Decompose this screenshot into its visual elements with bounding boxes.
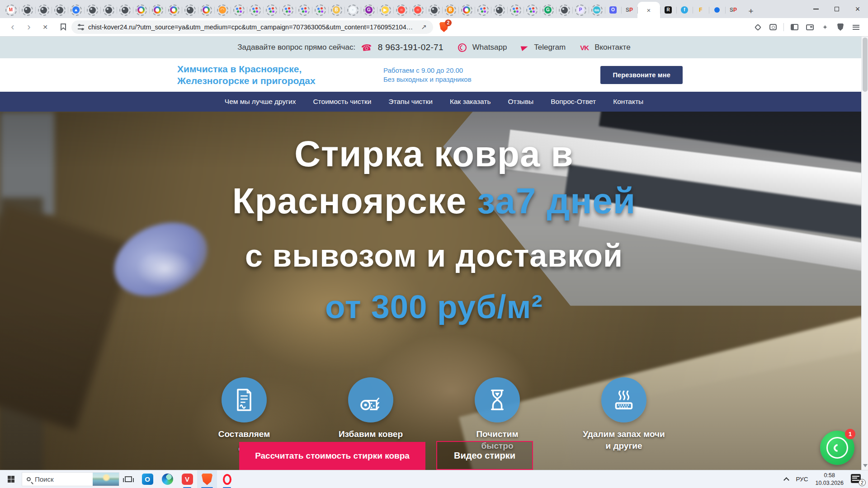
nav-item-3[interactable]: Этапы чистки xyxy=(388,98,433,106)
nav-item-4[interactable]: Как заказать xyxy=(450,98,491,106)
pinned-tab-google-ring[interactable] xyxy=(198,2,214,18)
callback-button[interactable]: Перезвоните мне xyxy=(600,66,683,84)
leo-ai-button[interactable] xyxy=(818,20,832,34)
wallet-button[interactable] xyxy=(803,20,816,34)
web-page: Задавайте вопрос прямо сейчас: ☎ 8 963-1… xyxy=(0,37,868,470)
pinned-tab-dots-cluster[interactable] xyxy=(231,2,247,18)
phone-number-link[interactable]: 8 963-191-02-71 xyxy=(378,42,443,52)
pinned-tab-google-ring[interactable] xyxy=(149,2,165,18)
pinned-tab-blue-nav[interactable]: ▲ xyxy=(68,2,84,18)
pinned-tab-dots-cluster[interactable] xyxy=(507,2,524,18)
nav-item-2[interactable]: Стоимость чистки xyxy=(313,98,371,106)
clock[interactable]: 0:58 10.03.2026 xyxy=(815,472,844,487)
video-button[interactable]: Видео стирки xyxy=(436,441,533,470)
pinned-tab-gmail[interactable]: M xyxy=(3,2,19,18)
taskbar-app-vivaldi[interactable]: V xyxy=(177,470,197,488)
pinned-tab-dots-cluster[interactable] xyxy=(524,2,540,18)
stop-loading-button[interactable]: ✕ xyxy=(38,20,52,34)
taskbar-app-edge[interactable] xyxy=(157,470,177,488)
notification-center-button[interactable]: 2 xyxy=(851,474,863,485)
share-icon[interactable]: ↗ xyxy=(421,23,427,31)
telegram-link[interactable]: Telegram xyxy=(534,43,566,52)
scrollbar-thumb[interactable] xyxy=(863,38,868,92)
pinned-tab-dots-cluster[interactable] xyxy=(475,2,491,18)
pinned-tab-imgbb[interactable]: ibb xyxy=(589,2,605,18)
vk-link[interactable]: Вконтакте xyxy=(594,43,631,52)
pinned-tab-bitcoin[interactable]: B xyxy=(442,2,458,18)
pinned-tab-globe-site[interactable] xyxy=(84,2,100,18)
taskbar-app-outlook[interactable]: O xyxy=(137,470,157,488)
pinned-tab-orange-logo[interactable]: ◠ xyxy=(214,2,231,18)
pinned-tab-globe-site[interactable] xyxy=(426,2,442,18)
pinned-tab-dots-cluster[interactable] xyxy=(279,2,296,18)
pinned-tab-sp-site[interactable]: SP xyxy=(725,2,741,18)
calculate-cost-button[interactable]: Рассчитать стоимость стирки ковра xyxy=(239,442,425,470)
hidden-icons-chevron[interactable] xyxy=(784,477,790,483)
task-view-button[interactable] xyxy=(119,470,137,488)
brave-shield-button[interactable]: 2 xyxy=(439,22,448,32)
address-bar[interactable]: chist-kover24.ru/?utm_source=ya&utm_medi… xyxy=(71,20,433,34)
taskbar-search-box[interactable]: Поиск xyxy=(22,472,119,486)
nav-item-7[interactable]: Контакты xyxy=(613,98,643,106)
page-scrollbar[interactable] xyxy=(861,37,868,470)
pinned-tab-color-wheel[interactable] xyxy=(458,2,475,18)
taskbar-app-opera[interactable] xyxy=(217,470,237,488)
whatsapp-link[interactable]: Whatsapp xyxy=(472,43,507,52)
pinned-tab-google-ring[interactable] xyxy=(165,2,182,18)
bookmark-icon[interactable] xyxy=(61,23,66,31)
close-window-button[interactable]: × xyxy=(847,0,868,18)
pinned-tab-globe-site[interactable] xyxy=(117,2,133,18)
maximize-button[interactable] xyxy=(826,0,847,18)
pinned-tab-map-pin[interactable]: ○ xyxy=(410,2,426,18)
whatsapp-float-button[interactable]: 1 xyxy=(820,431,854,465)
new-tab-button[interactable]: + xyxy=(744,5,758,18)
pinned-tab-google-ring[interactable] xyxy=(133,2,149,18)
extensions-button[interactable] xyxy=(751,20,764,34)
active-tab[interactable]: × xyxy=(637,2,660,18)
pinned-tab-green-g[interactable]: G xyxy=(540,2,556,18)
pinned-tab-r-app[interactable]: R xyxy=(660,2,676,18)
contact-bar: Задавайте вопрос прямо сейчас: ☎ 8 963-1… xyxy=(0,37,868,58)
pinned-tab-map-pin[interactable]: ○ xyxy=(393,2,410,18)
taskbar-app-brave[interactable] xyxy=(197,470,217,488)
pinned-tab-purple-g[interactable]: G xyxy=(361,2,377,18)
pinned-tab-f-letter[interactable]: F xyxy=(693,2,709,18)
nav-item-1[interactable]: Чем мы лучше других xyxy=(225,98,296,106)
pinned-tab-globe-site[interactable] xyxy=(182,2,198,18)
pinned-tab-globe-site[interactable] xyxy=(100,2,117,18)
search-daily-image[interactable] xyxy=(93,473,119,486)
pinned-tab-sp-site[interactable]: SP xyxy=(621,2,637,18)
sidebar-toggle-button[interactable] xyxy=(788,20,801,34)
pinned-tab-globe-site[interactable] xyxy=(19,2,35,18)
pinned-tab-p-badge[interactable]: P xyxy=(572,2,589,18)
nav-item-5[interactable]: Отзывы xyxy=(508,98,533,106)
pinned-tab-dots-cluster[interactable] xyxy=(247,2,263,18)
pinned-tab-dots-cluster[interactable] xyxy=(296,2,312,18)
pinned-tab-globe-site[interactable] xyxy=(556,2,572,18)
language-indicator[interactable]: РУС xyxy=(796,476,808,483)
pinned-tab-globe-site[interactable] xyxy=(491,2,507,18)
scroll-down-arrow-icon[interactable] xyxy=(863,464,868,467)
reading-mode-button[interactable] xyxy=(766,20,780,34)
pinned-tab-blue-dot[interactable] xyxy=(709,2,725,18)
site-logo[interactable]: Химчистка в Красноярске, Железногорске и… xyxy=(177,63,329,86)
start-button[interactable] xyxy=(0,470,22,488)
menu-button[interactable] xyxy=(849,20,863,34)
pinned-tab-globe-site[interactable] xyxy=(35,2,52,18)
pinned-tab-o-app[interactable]: O xyxy=(605,2,621,18)
nav-item-6[interactable]: Вопрос-Ответ xyxy=(551,98,596,106)
minimize-button[interactable] xyxy=(806,0,826,18)
back-button[interactable]: ‹ xyxy=(5,20,20,34)
pinned-tab-droplet[interactable]: ◦ xyxy=(344,2,361,18)
site-controls-icon[interactable] xyxy=(78,25,84,29)
pinned-tab-dots-cluster[interactable] xyxy=(312,2,328,18)
pinned-tab-nav-arrow[interactable]: ▶ xyxy=(377,2,393,18)
pinned-tab-f-circle[interactable]: f xyxy=(676,2,693,18)
url-text[interactable]: chist-kover24.ru/?utm_source=ya&utm_medi… xyxy=(88,23,416,31)
vpn-button[interactable] xyxy=(834,20,847,34)
tab-close-icon[interactable]: × xyxy=(647,7,651,14)
pinned-tab-gold-coin[interactable]: B xyxy=(328,2,344,18)
pinned-tab-globe-site[interactable] xyxy=(52,2,68,18)
pinned-tab-dots-cluster[interactable] xyxy=(263,2,279,18)
forward-button[interactable]: › xyxy=(22,20,36,34)
